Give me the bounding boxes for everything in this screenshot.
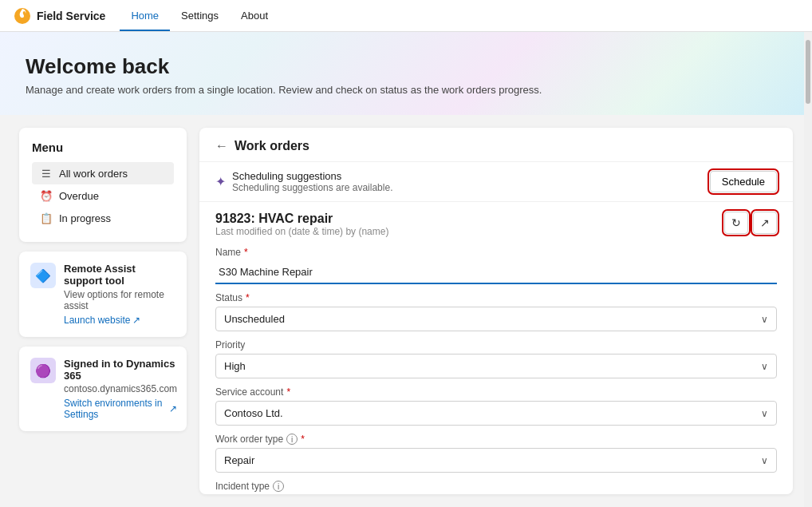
service-account-field-group: Service account * Contoso Ltd. ∨ bbox=[215, 386, 777, 426]
dynamics-link[interactable]: Switch environments in Settings ↗ bbox=[64, 398, 177, 420]
overdue-icon: ⏰ bbox=[40, 189, 53, 202]
work-order-actions: ↻ ↗ bbox=[724, 212, 777, 234]
sidebar-item-label: All work orders bbox=[59, 168, 128, 180]
sidebar: Menu ☰ All work orders ⏰ Overdue 📋 In pr… bbox=[19, 128, 187, 494]
dynamics-title: Signed in to Dynamics 365 bbox=[64, 358, 177, 382]
remote-assist-link[interactable]: Launch website ↗ bbox=[64, 315, 175, 326]
work-order-type-select-value: Repair bbox=[224, 454, 254, 466]
status-select-value: Unscheduled bbox=[224, 313, 285, 325]
service-account-required-indicator: * bbox=[286, 386, 290, 398]
priority-label: Priority bbox=[215, 339, 777, 351]
name-field-group: Name * bbox=[215, 247, 777, 284]
incident-type-field-group: Incident type i ∨ bbox=[215, 481, 777, 494]
sidebar-item-label: In progress bbox=[59, 212, 111, 224]
panel-title: Work orders bbox=[235, 139, 309, 153]
suggestion-title: Scheduling suggestions bbox=[232, 170, 704, 182]
scrollbar-thumb[interactable] bbox=[806, 40, 810, 104]
service-account-label: Service account * bbox=[215, 386, 777, 398]
suggestion-sparkle-icon: ✦ bbox=[215, 174, 226, 189]
in-progress-icon: 📋 bbox=[40, 212, 53, 224]
panel-header: ← Work orders bbox=[199, 128, 793, 162]
flame-icon bbox=[13, 6, 32, 26]
remote-assist-description: View options for remote assist bbox=[64, 289, 175, 311]
schedule-button[interactable]: Schedule bbox=[710, 171, 777, 192]
refresh-button[interactable]: ↻ bbox=[724, 212, 748, 234]
app-brand: Field Service bbox=[37, 10, 105, 22]
work-order-type-label: Work order type i * bbox=[215, 434, 777, 445]
sidebar-item-overdue[interactable]: ⏰ Overdue bbox=[32, 184, 174, 207]
priority-field-group: Priority High ∨ bbox=[215, 339, 777, 378]
page-body: Welcome back Manage and create work orde… bbox=[0, 32, 812, 507]
nav-about[interactable]: About bbox=[230, 0, 279, 31]
remote-assist-link-label: Launch website bbox=[64, 315, 130, 326]
work-order-type-info-icon: i bbox=[286, 434, 298, 445]
work-orders-panel: ← Work orders ✦ Scheduling suggestions S… bbox=[199, 128, 793, 494]
name-input[interactable] bbox=[215, 261, 777, 284]
incident-type-label: Incident type i bbox=[215, 481, 777, 492]
dynamics-body: Signed in to Dynamics 365 contoso.dynami… bbox=[64, 358, 177, 420]
work-order-type-required-indicator: * bbox=[301, 434, 305, 445]
suggestion-text: Scheduling suggestions Scheduling sugges… bbox=[232, 170, 704, 193]
scrollbar[interactable] bbox=[804, 32, 812, 507]
main-content: Menu ☰ All work orders ⏰ Overdue 📋 In pr… bbox=[0, 115, 812, 507]
status-required-indicator: * bbox=[246, 292, 250, 303]
status-chevron-icon: ∨ bbox=[761, 314, 768, 325]
dynamics-subtitle: contoso.dynamics365.com bbox=[64, 383, 177, 394]
priority-select-value: High bbox=[224, 360, 246, 372]
service-account-chevron-icon: ∨ bbox=[761, 408, 768, 419]
sidebar-item-in-progress[interactable]: 📋 In progress bbox=[32, 207, 174, 229]
work-order-header: 91823: HVAC repair Last modified on (dat… bbox=[199, 202, 793, 240]
remote-assist-title: Remote Assist support tool bbox=[64, 263, 175, 287]
work-order-title-section: 91823: HVAC repair Last modified on (dat… bbox=[215, 212, 388, 237]
priority-select[interactable]: High ∨ bbox=[215, 354, 777, 378]
service-account-select-value: Contoso Ltd. bbox=[224, 407, 283, 419]
external-link-icon: ↗ bbox=[132, 315, 140, 326]
priority-chevron-icon: ∨ bbox=[761, 361, 768, 372]
hero-subtitle: Manage and create work orders from a sin… bbox=[26, 84, 786, 96]
nav-settings[interactable]: Settings bbox=[170, 0, 230, 31]
work-order-type-field-group: Work order type i * Repair ∨ bbox=[215, 434, 777, 473]
dynamics-link-label: Switch environments in Settings bbox=[64, 398, 167, 420]
dynamics-card: 🟣 Signed in to Dynamics 365 contoso.dyna… bbox=[19, 347, 187, 431]
scheduling-suggestion-row: ✦ Scheduling suggestions Scheduling sugg… bbox=[199, 162, 793, 202]
external-link-icon: ↗ bbox=[169, 403, 177, 414]
app-logo: Field Service bbox=[13, 6, 105, 26]
form-body: Name * Status * Unscheduled ∨ bbox=[199, 240, 793, 494]
name-label: Name * bbox=[215, 247, 777, 258]
sidebar-item-label: Overdue bbox=[59, 190, 99, 202]
remote-assist-icon: 🔷 bbox=[30, 263, 56, 288]
service-account-select[interactable]: Contoso Ltd. ∨ bbox=[215, 401, 777, 426]
top-navigation: Field Service Home Settings About bbox=[0, 0, 812, 32]
all-work-orders-icon: ☰ bbox=[40, 167, 53, 180]
status-select[interactable]: Unscheduled ∨ bbox=[215, 307, 777, 331]
incident-type-info-icon: i bbox=[273, 481, 284, 492]
status-label: Status * bbox=[215, 292, 777, 303]
menu-card: Menu ☰ All work orders ⏰ Overdue 📋 In pr… bbox=[19, 128, 187, 242]
work-order-type-select[interactable]: Repair ∨ bbox=[215, 448, 777, 473]
hero-title: Welcome back bbox=[26, 54, 786, 79]
hero-banner: Welcome back Manage and create work orde… bbox=[0, 32, 812, 115]
name-required-indicator: * bbox=[244, 247, 248, 258]
work-order-number-title: 91823: HVAC repair bbox=[215, 212, 388, 226]
dynamics-icon: 🟣 bbox=[30, 358, 56, 383]
menu-title: Menu bbox=[32, 141, 174, 154]
work-order-subtitle: Last modified on (date & time) by (name) bbox=[215, 226, 388, 237]
nav-links: Home Settings About bbox=[120, 0, 279, 31]
sidebar-item-all-work-orders[interactable]: ☰ All work orders bbox=[32, 162, 174, 184]
remote-assist-body: Remote Assist support tool View options … bbox=[64, 263, 175, 326]
open-external-button[interactable]: ↗ bbox=[753, 212, 777, 234]
remote-assist-card: 🔷 Remote Assist support tool View option… bbox=[19, 252, 187, 337]
nav-home[interactable]: Home bbox=[120, 0, 170, 31]
status-field-group: Status * Unscheduled ∨ bbox=[215, 292, 777, 331]
back-button[interactable]: ← bbox=[215, 139, 228, 153]
suggestion-subtitle: Scheduling suggestions are available. bbox=[232, 182, 704, 193]
work-order-type-chevron-icon: ∨ bbox=[761, 455, 768, 466]
